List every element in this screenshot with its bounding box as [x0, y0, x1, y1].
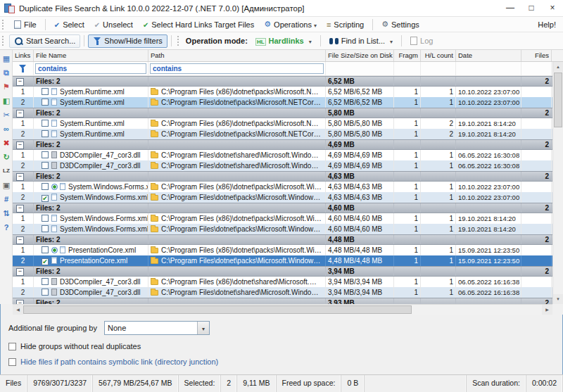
file-checkbox[interactable] — [42, 151, 49, 158]
file-checkbox[interactable] — [42, 99, 49, 106]
scissors-icon[interactable]: ✂ — [1, 109, 12, 120]
split-view-icon[interactable]: ◧ — [1, 95, 12, 106]
file-row[interactable]: 1System.Windows.Forms.xmlC:\Program File… — [13, 182, 552, 192]
close-button[interactable]: × — [542, 0, 563, 16]
file-row[interactable]: 1D3DCompiler_47_cor3.dllC:\Program Files… — [13, 150, 552, 160]
file-row[interactable]: 2PresentationCore.xmlC:\Program Files\do… — [13, 255, 552, 266]
group-row[interactable]: Files: 25,80 MB2 — [13, 108, 552, 118]
menu-select-hardlink-targets[interactable]: Select Hard Links Target Files — [138, 17, 259, 32]
column-header-file-name[interactable]: File Name — [34, 50, 148, 61]
xml-file-icon — [60, 246, 65, 253]
file-checkbox[interactable] — [42, 130, 49, 137]
group-row[interactable]: Files: 24,48 MB2 — [13, 234, 552, 245]
file-name-cell: D3DCompiler_47_cor3.dll — [34, 150, 148, 160]
file-name-cell: System.Windows.Forms.xml — [34, 213, 148, 224]
column-header-hl-count[interactable]: H/L count — [421, 50, 456, 61]
scroll-right-icon[interactable] — [542, 305, 552, 315]
delete-icon[interactable]: ✖ — [1, 137, 12, 148]
file-row[interactable]: 2D3DCompiler_47_cor3.dllC:\Program Files… — [13, 287, 552, 298]
file-row[interactable]: 2System.Windows.Forms.xmlC:\Program File… — [13, 192, 552, 203]
group-row[interactable]: Files: 24,60 MB2 — [13, 203, 552, 213]
file-checkbox[interactable] — [42, 162, 49, 169]
copy-icon[interactable]: ⧉ — [1, 67, 12, 78]
scroll-left-icon[interactable] — [13, 305, 23, 315]
collapse-expander-icon[interactable] — [16, 205, 24, 213]
file-checkbox[interactable] — [42, 225, 49, 232]
collapse-expander-icon[interactable] — [16, 236, 24, 244]
maximize-button[interactable]: □ — [521, 0, 542, 16]
scripting-icon — [327, 20, 331, 29]
group-row[interactable]: Files: 23,94 MB2 — [13, 266, 552, 277]
vertical-scroll-thumb[interactable] — [554, 72, 562, 127]
file-checkbox[interactable] — [42, 258, 49, 265]
collapse-expander-icon[interactable] — [16, 141, 24, 149]
group-row[interactable]: Files: 23,93 MB2 — [13, 298, 552, 304]
path-filter-input[interactable]: contains — [150, 63, 324, 74]
hide-groups-checkbox[interactable] — [8, 343, 16, 350]
start-search-button[interactable]: Start Search... — [9, 34, 80, 48]
column-header-file-size[interactable]: File Size/Size on Disk — [326, 50, 394, 61]
column-header-path[interactable]: Path — [148, 50, 326, 61]
file-checkbox[interactable] — [42, 88, 49, 95]
hide-symlink-checkbox[interactable] — [8, 358, 16, 366]
results-grid-icon[interactable]: ▦ — [1, 53, 12, 64]
flag-icon[interactable]: ⚑ — [1, 81, 12, 92]
file-row[interactable]: 1D3DCompiler_47_cor3.dllC:\Program Files… — [13, 277, 552, 287]
menu-select[interactable]: Select — [49, 17, 89, 32]
refresh-icon[interactable]: ↻ — [1, 151, 12, 163]
minimize-button[interactable]: — — [500, 0, 521, 16]
group-row[interactable]: Files: 24,69 MB2 — [13, 139, 552, 150]
file-row[interactable]: 1System.Windows.Forms.xmlC:\Program File… — [13, 213, 552, 224]
collapse-expander-icon[interactable] — [16, 268, 24, 276]
collapse-expander-icon[interactable] — [16, 173, 24, 181]
collapse-expander-icon[interactable] — [16, 78, 24, 86]
compress-lz-icon[interactable]: LZ — [1, 165, 12, 177]
vertical-scrollbar[interactable] — [552, 62, 563, 304]
archive-icon[interactable]: ▣ — [1, 179, 12, 191]
group-row[interactable]: Files: 26,52 MB2 — [13, 76, 552, 87]
scroll-up-icon[interactable] — [553, 62, 563, 72]
filename-filter-input[interactable]: contains — [35, 63, 146, 74]
menu-scripting[interactable]: Scripting — [322, 17, 369, 32]
operation-mode-select[interactable]: Hardlinks — [251, 34, 317, 47]
menu-help[interactable]: Help! — [531, 17, 563, 32]
menu-operations[interactable]: Operations — [259, 17, 322, 32]
file-row[interactable]: 1System.Runtime.xmlC:\Program Files (x86… — [13, 87, 552, 97]
help-icon[interactable]: ? — [1, 222, 12, 233]
column-header-files[interactable]: Files — [521, 50, 552, 61]
show-hide-filters-button[interactable]: Show/Hide filters — [88, 34, 167, 48]
file-row[interactable]: 1System.Runtime.xmlC:\Program Files (x86… — [13, 118, 552, 129]
file-row[interactable]: 2System.Runtime.xmlC:\Program Files\dotn… — [13, 97, 552, 108]
file-checkbox[interactable] — [42, 278, 49, 285]
file-checkbox[interactable] — [42, 183, 49, 190]
stats-icon[interactable]: # — [1, 194, 12, 205]
menu-file[interactable]: File — [9, 17, 42, 32]
collapse-expander-icon[interactable] — [16, 110, 24, 118]
file-name-cell: System.Windows.Forms.xml — [34, 192, 148, 203]
file-checkbox[interactable] — [42, 289, 49, 296]
menu-settings[interactable]: Settings — [377, 17, 424, 32]
horizontal-scrollbar[interactable] — [13, 304, 552, 315]
link-icon[interactable]: ∞ — [1, 123, 12, 134]
horizontal-scroll-thumb[interactable] — [23, 305, 412, 314]
log-button[interactable]: Log — [405, 34, 438, 47]
group-row[interactable]: Files: 24,63 MB2 — [13, 171, 552, 182]
scroll-down-icon[interactable] — [553, 294, 563, 304]
file-row[interactable]: 1PresentationCore.xmlC:\Program Files (x… — [13, 245, 552, 255]
file-checkbox[interactable] — [42, 195, 49, 202]
sort-icon[interactable]: ⇅ — [1, 208, 12, 219]
file-checkbox[interactable] — [42, 246, 49, 253]
column-header-date[interactable]: Date — [456, 50, 521, 61]
column-header-fragm[interactable]: Fragm — [394, 50, 421, 61]
find-in-list-button[interactable]: Find in List... — [324, 34, 398, 47]
grouping-select[interactable]: None — [104, 321, 210, 335]
status-selected-label: Selected: — [179, 375, 222, 392]
file-row[interactable]: 2System.Runtime.xmlC:\Program Files\dotn… — [13, 129, 552, 139]
file-checkbox[interactable] — [42, 215, 49, 222]
column-header-links[interactable]: Links — [13, 50, 34, 61]
file-checkbox[interactable] — [42, 120, 49, 127]
file-row[interactable]: 2System.Windows.Forms.xmlC:\Program File… — [13, 224, 552, 234]
menu-unselect[interactable]: Unselect — [89, 17, 138, 32]
status-scan-duration-label: Scan duration: — [467, 375, 526, 392]
file-row[interactable]: 2D3DCompiler_47_cor3.dllC:\Program Files… — [13, 160, 552, 171]
